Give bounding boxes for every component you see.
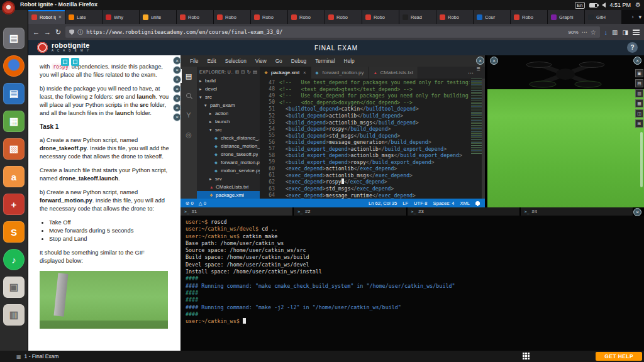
editor-panel-menu-icon[interactable]: ≡ <box>477 66 480 72</box>
close-panel-icon[interactable]: × <box>173 113 181 121</box>
sim-tool-move-icon[interactable]: ▤ <box>635 79 643 87</box>
url-text[interactable]: https://www.robotigniteacademy.com/en/co… <box>86 29 565 35</box>
url-bar[interactable]: ⓘ https://www.robotigniteacademy.com/en/… <box>65 26 599 38</box>
code-line[interactable]: 63 <exec_depend>std_msgs</exec_depend> <box>260 185 470 192</box>
editor-tab-CMakeLists.txt[interactable]: ▲CMakeLists.txt <box>369 67 418 79</box>
browser-tab[interactable]: Robo <box>177 10 213 24</box>
zoom-level[interactable]: 90% <box>569 30 579 35</box>
keyboard-layout-indicator[interactable]: En <box>575 2 584 9</box>
menu-go[interactable]: Go <box>271 58 287 64</box>
site-info-icon[interactable]: ⓘ <box>77 28 83 36</box>
code-line[interactable]: 48<!-- <test_depend>gtest</test_depend> … <box>260 86 470 93</box>
errors-icon[interactable]: ⊘ 0 <box>186 200 194 206</box>
explorer-icon[interactable]: ▤ <box>180 69 197 83</box>
sim-tool-grid-icon[interactable]: ▦ <box>635 99 643 107</box>
tab-close-icon[interactable]: × <box>58 14 62 20</box>
tree-item-check_distance_...[interactable]: ◆check_distance_... <box>197 134 260 142</box>
terminal-tab-#1[interactable]: >_#1 <box>180 207 292 216</box>
launcher-sublime-icon[interactable]: S <box>3 221 25 243</box>
browser-tab[interactable]: Robo <box>288 10 325 24</box>
tree-item-motion_service.py[interactable]: ◆motion_service.py <box>197 167 260 175</box>
code-line[interactable]: 61 <exec_depend>actionlib_msgs</exec_dep… <box>260 172 470 179</box>
tree-item-src[interactable]: ▾src <box>197 93 260 101</box>
close-sim-panel-icon[interactable]: × <box>633 57 641 65</box>
code-line[interactable]: 55 <build_depend>std_msgs</build_depend> <box>260 132 470 139</box>
indent-indicator[interactable]: Spaces: 4 <box>433 200 455 206</box>
new-folder-icon[interactable]: ⊟ <box>241 69 245 75</box>
tree-item-devel[interactable]: ▸devel <box>197 85 260 93</box>
browser-tab[interactable]: unite <box>140 10 176 24</box>
simulation-panel[interactable]: ▣▤▥▦◫⊞ <box>487 55 644 207</box>
language-indicator[interactable]: XML <box>460 200 470 206</box>
close-panel-icon[interactable]: × <box>173 66 181 74</box>
terminal-body[interactable]: user:~$ roscduser:~/catkin_ws/devel$ cd … <box>180 216 644 351</box>
restore-panel-button[interactable] <box>61 58 69 66</box>
code-line[interactable]: 57 <build_export_depend>actionlib</build… <box>260 145 470 152</box>
code-line[interactable]: 59 <build_export_depend>rospy</build_exp… <box>260 159 470 166</box>
bookmark-star-icon[interactable]: ☆ <box>591 29 596 36</box>
warnings-icon[interactable]: △ 0 <box>199 200 206 206</box>
browser-tab[interactable]: Robot Ig× <box>28 10 65 24</box>
code-line[interactable]: 53 <build_depend>actionlib_msgs</build_d… <box>260 119 470 126</box>
code-line[interactable]: 54 <build_depend>rospy</build_depend> <box>260 126 470 133</box>
code-line[interactable]: 60 <exec_depend>actionlib</exec_depend> <box>260 165 470 172</box>
menu-selection[interactable]: Selection <box>221 58 251 64</box>
notifications-bell-icon[interactable] <box>475 201 480 205</box>
settings-gear-icon[interactable]: ⚙ <box>635 2 641 8</box>
launcher-amazon-icon[interactable]: a <box>3 166 25 187</box>
close-panel-icon[interactable]: × <box>173 75 181 84</box>
launcher-impress-icon[interactable]: ▧ <box>3 138 25 160</box>
launcher-spotify-icon[interactable]: ♪ <box>3 249 25 270</box>
browser-tab[interactable]: Robo <box>325 10 362 24</box>
apps-grid-icon[interactable] <box>523 353 530 360</box>
menu-file[interactable]: File <box>186 58 203 64</box>
sim-tool-split-icon[interactable]: ◫ <box>635 109 643 118</box>
editor-tab-package.xml[interactable]: ❖package.xml× <box>260 67 311 79</box>
cursor-position[interactable]: Ln 62, Col 35 <box>369 200 397 206</box>
launcher-firefox-icon[interactable] <box>3 55 25 77</box>
tree-item-forward_motion.py[interactable]: ◆forward_motion.py <box>197 158 260 167</box>
browser-tab[interactable]: Cour <box>474 10 510 24</box>
code-area[interactable]: 47<!-- Use test_depend for packages you … <box>260 79 487 199</box>
browser-tab[interactable]: Late <box>65 10 102 24</box>
page-actions-icon[interactable]: ⋯ <box>582 29 587 35</box>
close-panel-icon[interactable]: × <box>173 94 181 102</box>
terminal-tab-#3[interactable]: >_#3 <box>408 207 519 216</box>
clock[interactable]: 4:51 PM <box>610 2 631 8</box>
sim-scrollbar[interactable] <box>640 132 643 187</box>
close-editor-panel-icon[interactable]: × <box>476 57 484 65</box>
help-button[interactable]: ? <box>627 42 638 53</box>
launcher-tools-icon[interactable]: + <box>3 194 25 215</box>
browser-tab[interactable]: Robo <box>436 10 473 24</box>
menu-help[interactable]: Help <box>340 58 359 64</box>
code-line[interactable]: 62 <exec_depend>rospy</exec_depend> <box>260 178 470 185</box>
search-icon[interactable] <box>180 89 197 102</box>
launcher-files-icon[interactable]: ▤ <box>3 28 25 49</box>
encoding-indicator[interactable]: UTF-8 <box>414 200 428 206</box>
browser-tab[interactable]: GitH <box>585 10 621 24</box>
reload-icon[interactable]: ↻ <box>55 29 61 36</box>
close-terminal-panel-icon[interactable]: × <box>633 208 641 216</box>
tab-scroll-right-icon[interactable]: › <box>629 14 636 20</box>
browser-tab[interactable]: Robo <box>251 10 287 24</box>
terminal-tab-#2[interactable]: >_#2 <box>294 207 406 216</box>
tree-item-drone_takeoff.py[interactable]: ◆drone_takeoff.py <box>197 150 260 158</box>
eol-indicator[interactable]: LF <box>402 200 408 206</box>
sim-tool-rotate-icon[interactable]: ▥ <box>635 89 643 97</box>
code-line[interactable]: 49<!-- Use doc_depend for packages you n… <box>260 92 470 99</box>
tree-item-package.xml[interactable]: ❖package.xml <box>197 191 260 199</box>
tracking-shield-icon[interactable] <box>69 30 74 35</box>
sim-tool-add-icon[interactable]: ⊞ <box>635 119 643 128</box>
workspace-grid-icon[interactable]: ▦ <box>16 354 21 359</box>
tree-item-build[interactable]: ▸build <box>197 77 260 85</box>
code-line[interactable]: 56 <build_depend>message_generation</bui… <box>260 139 470 146</box>
menu-terminal[interactable]: Terminal <box>311 58 339 64</box>
tab-close-icon[interactable]: × <box>303 70 306 75</box>
menu-edit[interactable]: Edit <box>203 58 220 64</box>
code-line[interactable]: 51 <buildtool_depend>catkin</buildtool_d… <box>260 106 470 112</box>
tree-item-launch[interactable]: ▸launch <box>197 118 260 126</box>
browser-tab[interactable]: Why <box>103 10 139 24</box>
browser-tab[interactable]: Graphi <box>548 10 584 24</box>
sim-tool-select-icon[interactable]: ▣ <box>635 69 643 77</box>
close-sim-panel-icon[interactable]: × <box>490 57 498 65</box>
